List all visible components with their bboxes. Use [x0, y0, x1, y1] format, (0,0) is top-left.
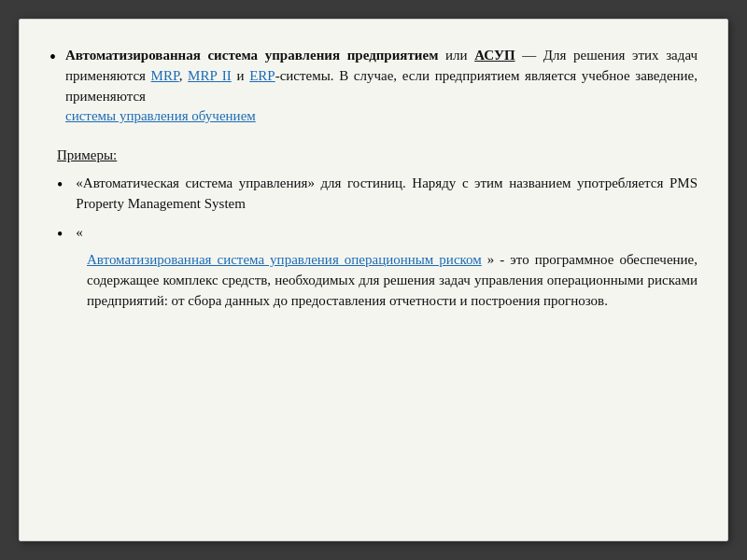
sub-bullet-dot-1: • [57, 174, 63, 197]
sub-bullet-text-1: «Автоматическая система управления» для … [76, 174, 698, 215]
bullet-item-1: • Автоматизированная система управления … [49, 46, 698, 127]
link-mrp[interactable]: MRP [151, 68, 179, 83]
slide-container: • Автоматизированная система управления … [19, 19, 728, 541]
link-mrp2[interactable]: MRP II [188, 68, 232, 83]
sub-bullet-dot-2: • [57, 223, 63, 246]
examples-section: Примеры: • «Автоматическая система управ… [49, 146, 698, 312]
asup-abbr: АСУП [474, 48, 514, 63]
section-top: • Автоматизированная система управления … [49, 46, 698, 127]
sub-bullet-text-2-quote-open: « [76, 223, 83, 244]
sub-bullet-2-content: Автоматизированная система управления оп… [87, 250, 698, 311]
bold-asup-title: Автоматизированная система управления пр… [65, 48, 438, 63]
examples-header: Примеры: [57, 146, 698, 166]
link-asur[interactable]: Автоматизированная система управления оп… [87, 252, 482, 267]
sub-bullet-2-row: • « [57, 223, 698, 246]
link-erp[interactable]: ERP [249, 68, 275, 83]
text-comma: , [179, 68, 188, 83]
link-lms[interactable]: системы управления обучением [65, 108, 256, 123]
text-and: и [232, 68, 249, 83]
sub-bullet-1: • «Автоматическая система управления» дл… [57, 174, 698, 215]
text-ili: или [445, 48, 474, 63]
bullet-dot-1: • [49, 44, 56, 70]
bullet-text-1: Автоматизированная система управления пр… [65, 46, 698, 127]
